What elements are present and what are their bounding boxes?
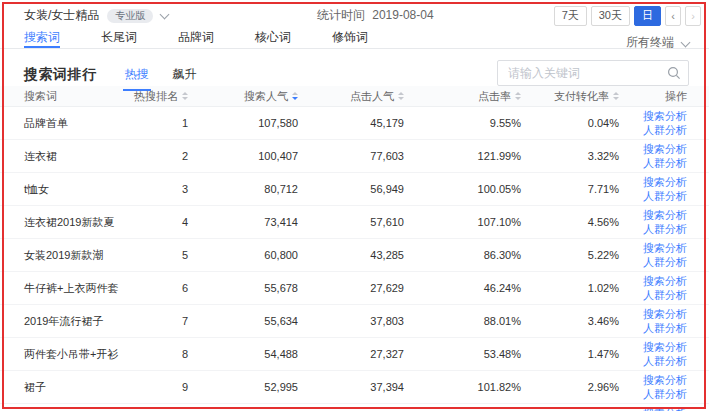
click-rate-cell: 86.30% xyxy=(404,249,521,261)
search-analysis-link[interactable]: 搜索分析 xyxy=(643,307,687,321)
tab-modifier-words[interactable]: 修饰词 xyxy=(332,29,368,48)
keyword-cell: 裙子 xyxy=(24,380,136,395)
keyword-search-input[interactable] xyxy=(497,60,689,86)
pay-conversion-cell: 0.04% xyxy=(521,117,619,129)
keyword-cell: 两件套小吊带+开衫 xyxy=(24,347,136,362)
crowd-analysis-link[interactable]: 人群分析 xyxy=(643,288,687,302)
crowd-analysis-link[interactable]: 人群分析 xyxy=(643,222,687,236)
click-rate-cell: 107.10% xyxy=(404,216,521,228)
table-row: 2019年流行裙子 7 55,634 37,803 88.01% 3.46% 搜… xyxy=(0,305,709,338)
range-7d-button[interactable]: 7天 xyxy=(554,6,587,26)
click-popularity-cell: 37,803 xyxy=(298,315,404,327)
next-day-button[interactable]: › xyxy=(685,6,701,26)
search-analysis-link[interactable]: 搜索分析 xyxy=(643,406,687,411)
crowd-analysis-link[interactable]: 人群分析 xyxy=(643,387,687,401)
dashboard-page: 女装/女士精品 专业版 统计时间 2019-08-04 7天 30天 日 ‹ ›… xyxy=(0,0,709,411)
table-row: 两件套小吊带+开衫 8 54,488 27,327 53.48% 1.47% 搜… xyxy=(0,338,709,371)
search-popularity-cell: 107,580 xyxy=(188,117,298,129)
section-title: 搜索词排行 xyxy=(24,66,97,84)
crowd-analysis-link[interactable]: 人群分析 xyxy=(643,354,687,368)
click-popularity-cell: 37,394 xyxy=(298,381,404,393)
keyword-cell: 连衣裙2019新款夏 xyxy=(24,215,136,230)
table-row: 品牌首单 1 107,580 45,179 9.55% 0.04% 搜索分析 人… xyxy=(0,107,709,140)
search-popularity-cell: 54,488 xyxy=(188,348,298,360)
search-analysis-link[interactable]: 搜索分析 xyxy=(643,241,687,255)
rank-cell: 4 xyxy=(136,216,188,228)
subtab-rising[interactable]: 飙升 xyxy=(171,64,199,91)
pay-conversion-cell: 4.56% xyxy=(521,216,619,228)
search-popularity-cell: 80,712 xyxy=(188,183,298,195)
table-body: 品牌首单 1 107,580 45,179 9.55% 0.04% 搜索分析 人… xyxy=(0,107,709,411)
table-row: 连衣裙2019新款夏 4 73,414 57,610 107.10% 4.56%… xyxy=(0,206,709,239)
table-row: 半身裙 10 51,402 33,118 92.45% 2.53% 搜索分析 人… xyxy=(0,404,709,411)
search-analysis-link[interactable]: 搜索分析 xyxy=(643,208,687,222)
search-popularity-cell: 60,800 xyxy=(188,249,298,261)
stat-time-label: 统计时间 xyxy=(317,8,365,22)
search-icon[interactable] xyxy=(667,66,681,80)
rank-cell: 5 xyxy=(136,249,188,261)
actions-cell: 搜索分析 人群分析 xyxy=(619,208,687,236)
crowd-analysis-link[interactable]: 人群分析 xyxy=(643,156,687,170)
click-rate-cell: 88.01% xyxy=(404,315,521,327)
chevron-down-icon[interactable] xyxy=(160,9,170,19)
stat-date: 2019-08-04 xyxy=(372,8,433,22)
col-hot-rank: 热搜排名 xyxy=(136,89,188,104)
click-popularity-cell: 57,610 xyxy=(298,216,404,228)
search-analysis-link[interactable]: 搜索分析 xyxy=(643,109,687,123)
search-analysis-link[interactable]: 搜索分析 xyxy=(643,373,687,387)
tab-core-words[interactable]: 核心词 xyxy=(255,29,291,48)
col-keyword: 搜索词 xyxy=(24,89,136,104)
range-day-button[interactable]: 日 xyxy=(634,6,661,26)
section-header: 搜索词排行 热搜 飙升 xyxy=(0,49,709,86)
subtab-hot-search[interactable]: 热搜 xyxy=(123,64,151,91)
search-analysis-link[interactable]: 搜索分析 xyxy=(643,175,687,189)
pay-conversion-cell: 1.02% xyxy=(521,282,619,294)
click-popularity-cell: 27,629 xyxy=(298,282,404,294)
col-click-popularity: 点击人气 xyxy=(298,89,404,104)
keyword-cell: 牛仔裤+上衣两件套 xyxy=(24,281,136,296)
terminal-filter-label: 所有终端 xyxy=(626,34,674,51)
top-bar: 女装/女士精品 专业版 统计时间 2019-08-04 7天 30天 日 ‹ › xyxy=(0,0,709,29)
table-row: 裙子 9 52,995 37,394 101.82% 2.96% 搜索分析 人群… xyxy=(0,371,709,404)
pay-conversion-cell: 3.32% xyxy=(521,150,619,162)
click-popularity-cell: 56,949 xyxy=(298,183,404,195)
keyword-cell: 女装2019新款潮 xyxy=(24,248,136,263)
prev-day-button[interactable]: ‹ xyxy=(665,6,681,26)
nav-tabs-bar: 搜索词 长尾词 品牌词 核心词 修饰词 所有终端 xyxy=(0,29,709,49)
click-popularity-cell: 77,603 xyxy=(298,150,404,162)
rank-cell: 1 xyxy=(136,117,188,129)
col-pay-conversion: 支付转化率 xyxy=(521,89,619,104)
actions-cell: 搜索分析 人群分析 xyxy=(619,406,687,411)
rank-cell: 7 xyxy=(136,315,188,327)
table-row: 牛仔裤+上衣两件套 6 55,678 27,629 46.24% 1.02% 搜… xyxy=(0,272,709,305)
rank-cell: 3 xyxy=(136,183,188,195)
tab-search-words[interactable]: 搜索词 xyxy=(24,29,60,48)
pay-conversion-cell: 7.71% xyxy=(521,183,619,195)
keyword-cell: 2019年流行裙子 xyxy=(24,314,136,329)
col-search-popularity: 搜索人气 xyxy=(188,89,298,104)
rank-subtabs: 热搜 飙升 xyxy=(123,64,219,86)
search-analysis-link[interactable]: 搜索分析 xyxy=(643,274,687,288)
tab-brand-words[interactable]: 品牌词 xyxy=(178,29,214,48)
crowd-analysis-link[interactable]: 人群分析 xyxy=(643,189,687,203)
click-rate-cell: 101.82% xyxy=(404,381,521,393)
search-popularity-cell: 55,634 xyxy=(188,315,298,327)
actions-cell: 搜索分析 人群分析 xyxy=(619,241,687,269)
click-rate-cell: 9.55% xyxy=(404,117,521,129)
crowd-analysis-link[interactable]: 人群分析 xyxy=(643,123,687,137)
range-30d-button[interactable]: 30天 xyxy=(591,6,630,26)
search-analysis-link[interactable]: 搜索分析 xyxy=(643,142,687,156)
col-actions: 操作 xyxy=(619,89,687,104)
search-analysis-link[interactable]: 搜索分析 xyxy=(643,340,687,354)
crowd-analysis-link[interactable]: 人群分析 xyxy=(643,321,687,335)
tab-longtail-words[interactable]: 长尾词 xyxy=(101,29,137,48)
terminal-filter-dropdown[interactable]: 所有终端 xyxy=(626,29,689,48)
click-rate-cell: 53.48% xyxy=(404,348,521,360)
pay-conversion-cell: 2.96% xyxy=(521,381,619,393)
click-rate-cell: 46.24% xyxy=(404,282,521,294)
search-popularity-cell: 55,678 xyxy=(188,282,298,294)
keyword-cell: 品牌首单 xyxy=(24,116,136,131)
category-name: 女装/女士精品 xyxy=(24,7,99,24)
actions-cell: 搜索分析 人群分析 xyxy=(619,340,687,368)
crowd-analysis-link[interactable]: 人群分析 xyxy=(643,255,687,269)
